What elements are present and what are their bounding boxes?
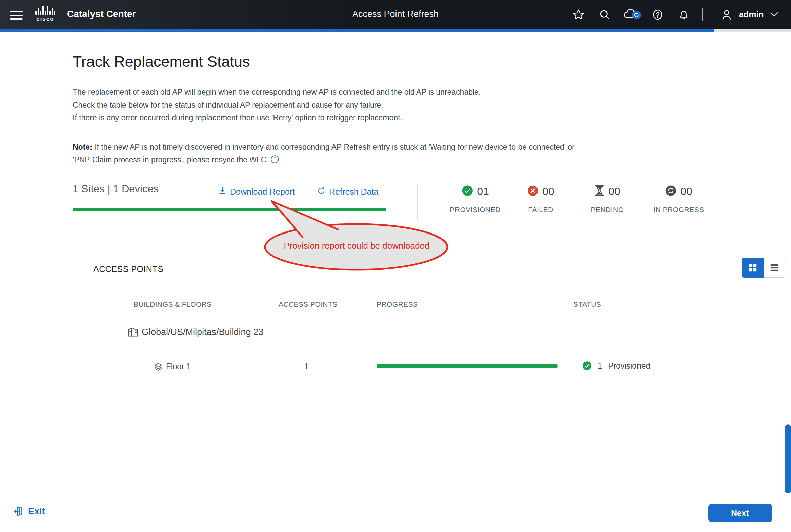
status-label: Provisioned (608, 361, 650, 370)
column-header-progress: PROGRESS (377, 300, 418, 308)
page-loading-bar-fill (0, 29, 714, 33)
sites-progress-bar (73, 208, 387, 211)
counter-provisioned: 01 PROVISIONED (450, 185, 501, 214)
description-line-2: Check the table below for the status of … (73, 98, 481, 111)
summary-vertical-divider (417, 185, 418, 220)
refresh-data-link[interactable]: Refresh Data (317, 186, 378, 197)
in-progress-count: 00 (680, 185, 693, 198)
notifications-bell-icon[interactable] (678, 9, 690, 21)
top-header: cisco Catalyst Center Access Point Refre… (0, 0, 791, 29)
refresh-icon (317, 186, 326, 197)
building-icon (127, 326, 139, 339)
admin-user-label[interactable]: admin (739, 10, 764, 19)
note-line-2: 'PNP Claim process in progress', please … (73, 155, 266, 164)
footer-divider (0, 491, 785, 491)
in-progress-label: IN PROGRESS (653, 206, 704, 214)
column-header-status: STATUS (573, 300, 601, 308)
card-divider (87, 287, 703, 287)
pending-label: PENDING (590, 206, 624, 214)
floor-layers-icon (153, 362, 163, 373)
download-icon (218, 186, 227, 197)
pending-hourglass-icon (594, 185, 604, 198)
info-icon[interactable] (270, 155, 279, 168)
floor-row-name[interactable]: Floor 1 (166, 362, 191, 371)
main-heading: Track Replacement Status (73, 53, 250, 70)
provisioned-check-icon (462, 185, 473, 198)
floor-row-ap-count: 1 (304, 362, 308, 371)
floor-progress-fill (377, 364, 558, 368)
search-icon[interactable] (599, 9, 611, 21)
column-header-access-points: ACCESS POINTS (279, 300, 338, 308)
counter-failed: 00 FAILED (527, 185, 554, 214)
note-text: Note: If the new AP is not timely discov… (73, 141, 710, 168)
exit-label: Exit (28, 506, 45, 517)
user-avatar-icon[interactable] (721, 9, 733, 21)
list-view-button[interactable] (764, 258, 785, 278)
page-title: Access Point Refresh (0, 9, 791, 19)
view-toggle (742, 258, 785, 278)
column-header-buildings-floors: BUILDINGS & FLOORS (134, 300, 211, 308)
refresh-data-label: Refresh Data (329, 187, 378, 197)
provisioned-label: PROVISIONED (450, 206, 501, 214)
chevron-down-icon[interactable] (770, 12, 778, 18)
status-count: 1 (598, 361, 602, 370)
sites-progress-fill (73, 208, 387, 211)
counter-pending: 00 PENDING (590, 185, 624, 214)
grid-view-button[interactable] (742, 258, 764, 278)
description-text: The replacement of each old AP will begi… (73, 86, 481, 124)
sites-devices-summary: 1 Sites | 1 Devices (73, 183, 158, 195)
download-report-label: Download Report (230, 187, 295, 197)
favorites-star-icon[interactable] (572, 9, 585, 21)
table-header-divider (87, 318, 703, 318)
next-button[interactable]: Next (708, 504, 772, 522)
description-line-3: If there is any error occurred during re… (73, 111, 481, 124)
download-report-link[interactable]: Download Report (218, 186, 295, 197)
description-line-1: The replacement of each old AP will begi… (73, 86, 481, 98)
provisioned-count: 01 (477, 185, 489, 198)
note-line-1: If the new AP is not timely discovered i… (95, 143, 575, 151)
header-divider (702, 8, 702, 21)
access-points-card: ACCESS POINTS BUILDINGS & FLOORS ACCESS … (73, 241, 717, 397)
failed-x-icon (527, 185, 538, 198)
floor-row-status: 1 Provisioned (582, 361, 650, 370)
building-row-divider (130, 348, 710, 348)
counter-in-progress: 00 IN PROGRESS (653, 185, 704, 214)
callout-text: Provision report could be downloaded (265, 241, 449, 251)
status-check-icon (582, 361, 591, 370)
access-points-card-title: ACCESS POINTS (93, 264, 163, 274)
exit-link[interactable]: Exit (14, 506, 45, 517)
failed-count: 00 (542, 185, 554, 198)
scrollbar-thumb[interactable] (785, 424, 791, 493)
note-label: Note: (73, 143, 93, 151)
cloud-sync-icon[interactable] (623, 9, 642, 21)
pending-count: 00 (608, 185, 620, 198)
help-icon[interactable] (652, 9, 664, 21)
page-loading-bar (0, 29, 791, 33)
failed-label: FAILED (527, 206, 554, 214)
exit-door-icon (14, 506, 24, 517)
in-progress-sync-icon (665, 185, 676, 198)
building-row-name[interactable]: Global/US/Milpitas/Building 23 (142, 327, 263, 337)
floor-progress-bar (377, 364, 558, 368)
